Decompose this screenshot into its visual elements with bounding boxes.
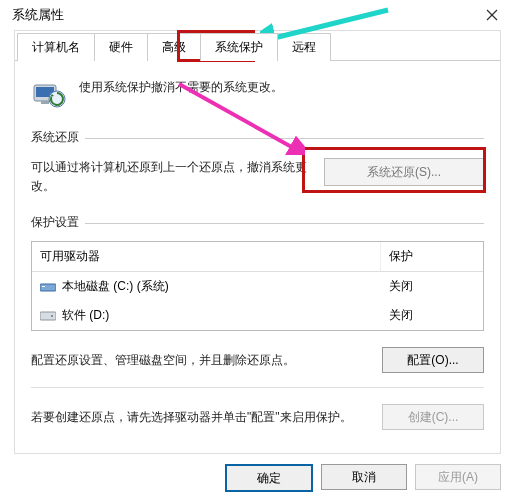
tab-panel-system-protection: 使用系统保护撤消不需要的系统更改。 系统还原 可以通过将计算机还原到上一个还原点… [15, 60, 500, 452]
configure-row: 配置还原设置、管理磁盘空间，并且删除还原点。 配置(O)... [31, 347, 484, 373]
svg-rect-4 [41, 101, 49, 104]
close-icon [486, 9, 498, 21]
section-rule [85, 223, 484, 224]
svg-point-9 [51, 315, 53, 317]
system-restore-button[interactable]: 系统还原(S)... [324, 158, 484, 186]
disk-icon [40, 310, 56, 322]
section-rule [85, 138, 484, 139]
section-system-restore-label: 系统还原 [31, 129, 79, 146]
intro-row: 使用系统保护撤消不需要的系统更改。 [31, 75, 484, 111]
tab-strip: 计算机名 硬件 高级 系统保护 远程 [15, 33, 500, 61]
section-system-restore-head: 系统还原 [31, 129, 484, 148]
configure-text: 配置还原设置、管理磁盘空间，并且删除还原点。 [31, 351, 368, 370]
drive-name-label: 软件 (D:) [62, 307, 109, 324]
section-protection-head: 保护设置 [31, 214, 484, 233]
window-title: 系统属性 [12, 6, 64, 24]
divider [31, 387, 484, 388]
drive-row[interactable]: 软件 (D:) 关闭 [32, 301, 483, 330]
svg-rect-6 [40, 284, 56, 291]
system-properties-window: 系统属性 计算机名 硬件 高级 系统保护 远程 使用系统保护 [0, 0, 515, 502]
tab-system-protection[interactable]: 系统保护 [200, 33, 278, 61]
tab-remote[interactable]: 远程 [277, 33, 331, 61]
tab-computer-name[interactable]: 计算机名 [17, 33, 95, 61]
drive-protection-value: 关闭 [381, 301, 483, 330]
drive-row[interactable]: 本地磁盘 (C:) (系统) 关闭 [32, 272, 483, 301]
section-protection-label: 保护设置 [31, 214, 79, 231]
intro-text: 使用系统保护撤消不需要的系统更改。 [79, 75, 283, 96]
hdd-icon [40, 281, 56, 293]
dialog-button-row: 确定 取消 应用(A) [225, 464, 501, 492]
restore-description: 可以通过将计算机还原到上一个还原点，撤消系统更改。 [31, 158, 310, 196]
apply-button: 应用(A) [415, 464, 501, 490]
tab-advanced[interactable]: 高级 [147, 33, 201, 61]
restore-row: 可以通过将计算机还原到上一个还原点，撤消系统更改。 系统还原(S)... [31, 158, 484, 196]
column-protection: 保护 [381, 242, 483, 272]
svg-rect-8 [40, 312, 56, 320]
client-area: 计算机名 硬件 高级 系统保护 远程 使用系统保护撤消不需要的系统更改。 系统还… [14, 30, 501, 454]
cancel-button[interactable]: 取消 [321, 464, 407, 490]
configure-button[interactable]: 配置(O)... [382, 347, 484, 373]
ok-button[interactable]: 确定 [225, 464, 313, 492]
drive-protection-value: 关闭 [381, 272, 483, 301]
svg-rect-7 [42, 286, 45, 287]
create-button: 创建(C)... [382, 404, 484, 430]
drives-list: 可用驱动器 保护 本地磁盘 (C:) (系统) 关闭 软件 (D:) 关闭 [31, 241, 484, 331]
create-row: 若要创建还原点，请先选择驱动器并单击"配置"来启用保护。 创建(C)... [31, 404, 484, 430]
create-text: 若要创建还原点，请先选择驱动器并单击"配置"来启用保护。 [31, 408, 368, 427]
close-button[interactable] [469, 0, 515, 30]
drive-name-label: 本地磁盘 (C:) (系统) [62, 278, 169, 295]
titlebar: 系统属性 [0, 0, 515, 30]
tab-hardware[interactable]: 硬件 [94, 33, 148, 61]
drives-header: 可用驱动器 保护 [32, 242, 483, 272]
system-protection-icon [31, 75, 67, 111]
column-drive: 可用驱动器 [32, 242, 381, 272]
